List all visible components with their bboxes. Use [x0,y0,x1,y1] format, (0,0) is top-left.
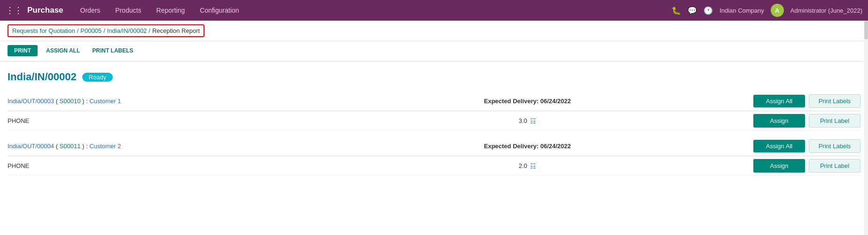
breadcrumb-reception: Reception Report [152,27,200,34]
breadcrumb-india[interactable]: India/IN/00002 [107,27,147,34]
topnav-right: 🐛 💬 🕐 Indian Company A Administrator (Ju… [672,4,862,17]
section-title: India/IN/00002 [8,71,77,83]
menu-reporting[interactable]: Reporting [154,5,188,16]
product-qty-value-1-1: 3.0 [519,117,527,124]
topnav: ⋮⋮ Purchase Orders Products Reporting Co… [0,0,868,21]
delivery-group-1: India/OUT/00003 ( S00010 ) : Customer 1 … [8,91,860,131]
delivery-group-2: India/OUT/00004 ( S00011 ) : Customer 2 … [8,136,860,176]
username[interactable]: Administrator (June_2022) [790,7,862,14]
avatar[interactable]: A [771,4,784,17]
assign-button-1-1[interactable]: Assign [753,114,805,128]
delivery-header-row-1: India/OUT/00003 ( S00010 ) : Customer 1 … [8,91,860,111]
delivery-actions-2: Assign All Print Labels [701,139,860,153]
chart-icon-2-1[interactable]: ☷ [530,162,536,170]
breadcrumb-rfq[interactable]: Requests for Quotation [12,27,75,34]
delivery-actions-1: Assign All Print Labels [701,94,860,108]
scrollbar-thumb[interactable] [864,21,868,39]
chat-icon[interactable]: 💬 [688,6,697,15]
print-labels-button-2[interactable]: Print Labels [809,139,860,153]
print-button[interactable]: PRINT [8,45,38,56]
breadcrumb-sep-2: / [103,27,105,34]
scrollbar[interactable] [864,21,868,191]
delivery-ref-sep-2: ) : [82,98,89,105]
delivery-info-1: India/OUT/00003 ( S00010 ) : Customer 1 [8,98,354,105]
section-header: India/IN/00002 Ready [8,71,860,83]
delivery-ref-sep-3: ( [56,143,58,150]
delivery-order-link-1[interactable]: India/OUT/00003 [8,98,54,105]
delivery-ref-sep-4: ) : [82,143,89,150]
delivery-info-2: India/OUT/00004 ( S00011 ) : Customer 2 [8,143,354,150]
breadcrumb-sep-1: / [77,27,79,34]
delivery-customer-1[interactable]: Customer 1 [89,98,121,105]
delivery-so-link-2[interactable]: S00011 [60,143,81,150]
delivery-ref-sep-1: ( [56,98,58,105]
product-qty-2-1: 2.0 ☷ [354,162,701,170]
product-actions-1-1: Assign Print Label [701,114,860,128]
menu-products[interactable]: Products [112,5,144,16]
action-bar: PRINT ASSIGN ALL PRINT LABELS [0,41,868,61]
menu-orders[interactable]: Orders [78,5,103,16]
clock-icon[interactable]: 🕐 [704,6,713,15]
product-name-1-1: PHONE [8,117,354,124]
product-name-2-1: PHONE [8,162,354,169]
breadcrumb-p00005[interactable]: P00005 [80,27,102,34]
breadcrumb: Requests for Quotation / P00005 / India/… [8,24,204,37]
main-content: India/IN/00002 Ready India/OUT/00003 ( S… [0,61,868,191]
assign-all-top-button[interactable]: ASSIGN ALL [42,45,84,56]
breadcrumb-sep-3: / [149,27,150,34]
print-labels-top-button[interactable]: PRINT LABELS [88,45,137,56]
print-label-button-2-1[interactable]: Print Label [809,159,860,173]
product-row-1-1: PHONE 3.0 ☷ Assign Print Label [8,111,860,131]
product-qty-value-2-1: 2.0 [519,162,527,169]
product-qty-1-1: 3.0 ☷ [354,117,701,125]
menu-configuration[interactable]: Configuration [197,5,242,16]
assign-button-2-1[interactable]: Assign [753,159,805,173]
app-name[interactable]: Purchase [27,6,63,15]
delivery-expected-1: Expected Delivery: 06/24/2022 [354,98,701,105]
chart-icon-1-1[interactable]: ☷ [530,117,536,125]
status-badge: Ready [82,73,113,82]
company-name[interactable]: Indian Company [719,7,764,14]
product-actions-2-1: Assign Print Label [701,159,860,173]
print-labels-button-1[interactable]: Print Labels [809,94,860,108]
delivery-order-link-2[interactable]: India/OUT/00004 [8,143,54,150]
delivery-expected-2: Expected Delivery: 06/24/2022 [354,143,701,150]
product-row-2-1: PHONE 2.0 ☷ Assign Print Label [8,156,860,176]
delivery-so-link-1[interactable]: S00010 [60,98,81,105]
grid-icon[interactable]: ⋮⋮ [6,5,23,15]
main-menu: Orders Products Reporting Configuration [78,5,672,16]
assign-all-button-1[interactable]: Assign All [753,95,805,107]
delivery-customer-2[interactable]: Customer 2 [89,143,121,150]
breadcrumb-bar: Requests for Quotation / P00005 / India/… [0,21,868,41]
delivery-header-row-2: India/OUT/00004 ( S00011 ) : Customer 2 … [8,136,860,156]
print-label-button-1-1[interactable]: Print Label [809,114,860,128]
assign-all-button-2[interactable]: Assign All [753,140,805,152]
bug-icon[interactable]: 🐛 [672,6,681,15]
